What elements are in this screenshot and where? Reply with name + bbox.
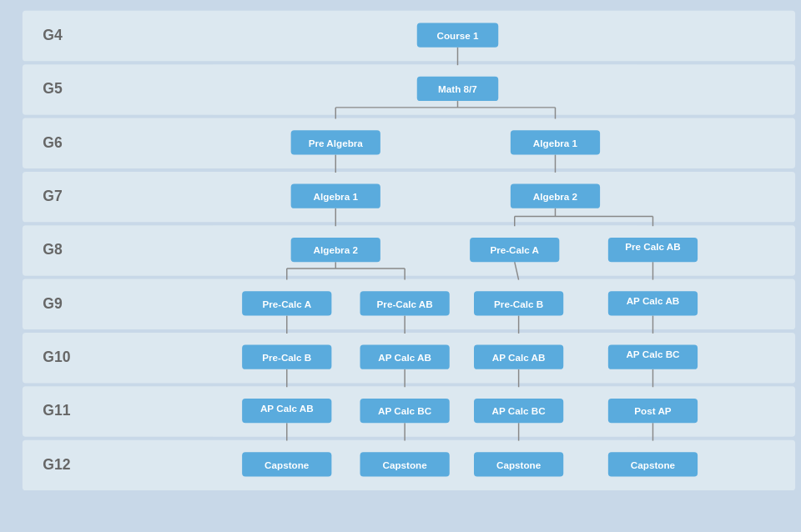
node-apcab-g10b-label: AP Calc AB	[492, 352, 546, 363]
node-pca-g9-label: Pre-Calc A	[262, 299, 311, 309]
svg-rect-0	[23, 11, 795, 61]
node-alg2-g8-label: Algebra 2	[314, 244, 359, 255]
grade-label-g5: G5	[43, 80, 63, 97]
node-apcab-g9-label: AP Calc AB	[627, 295, 680, 306]
node-pcab-g9-label: Pre-Calc AB	[377, 299, 433, 309]
node-apcbc-g10-label: AP Calc BC	[626, 349, 680, 359]
node-apcbc-g11a-label: AP Calc BC	[378, 405, 432, 416]
node-pcalcab-g8-label: Pre Calc AB	[625, 241, 680, 252]
grade-label-g12: G12	[43, 456, 70, 473]
grade-label-g9: G9	[43, 295, 63, 312]
node-math87-label: Math 8/7	[438, 83, 477, 94]
node-pcb-g9-label: Pre-Calc B	[494, 299, 543, 309]
node-capstone-g12b-label: Capstone	[382, 459, 427, 470]
grade-label-g4: G4	[43, 27, 63, 43]
node-course1-label: Course 1	[436, 30, 479, 41]
node-apcbc-g11b-label: AP Calc BC	[492, 405, 547, 416]
node-pcalca-g8-label: Pre-Calc A	[490, 244, 539, 255]
grade-label-g10: G10	[43, 349, 70, 365]
node-capstone-g12c-label: Capstone	[496, 459, 542, 470]
svg-rect-2	[23, 118, 795, 168]
node-pcb-g10-label: Pre-Calc B	[262, 352, 311, 363]
grade-label-g11: G11	[43, 402, 70, 419]
grade-label-g8: G8	[43, 241, 63, 258]
node-alg1-g7-label: Algebra 1	[314, 191, 359, 202]
node-capstone-g12d-label: Capstone	[631, 459, 676, 470]
node-alg2-g7-label: Algebra 2	[533, 191, 578, 202]
node-capstone-g12a-label: Capstone	[264, 459, 310, 470]
node-apcab-g10a-label: AP Calc AB	[378, 352, 431, 363]
node-prealgebra-label: Pre Algebra	[309, 138, 364, 148]
node-alg1-g6-label: Algebra 1	[533, 138, 578, 148]
node-apcab-g11-label: AP Calc AB	[260, 403, 314, 414]
chart-container: G4 G5 G6 G7 G8 G9 G10 G11 G12	[0, 0, 801, 532]
svg-rect-3	[23, 172, 795, 222]
grade-label-g6: G6	[43, 134, 63, 151]
grade-label-g7: G7	[43, 188, 62, 204]
node-postap-g11-label: Post AP	[634, 405, 672, 416]
